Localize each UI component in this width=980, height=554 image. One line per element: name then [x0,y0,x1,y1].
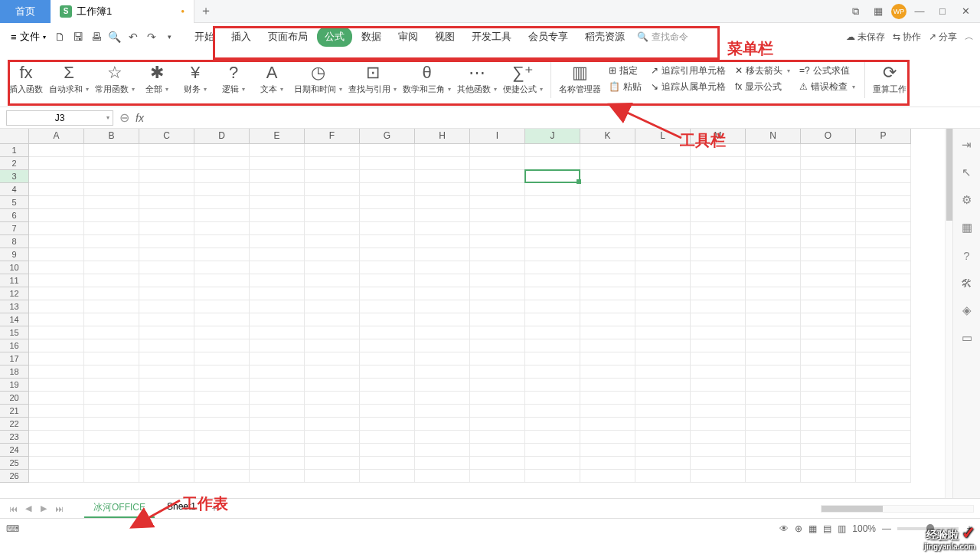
cell[interactable] [84,183,139,196]
cell[interactable] [360,379,415,392]
cell[interactable] [635,470,691,483]
cell[interactable] [746,196,801,209]
add-sheet-button[interactable]: ＋ [210,502,219,515]
layout-icon[interactable]: ⧉ [845,2,865,21]
cell[interactable] [194,183,250,196]
row-header[interactable]: 5 [0,196,29,209]
cell[interactable] [29,248,84,261]
cell[interactable] [691,274,746,287]
cell[interactable] [801,261,856,274]
cell[interactable] [415,170,470,183]
cell[interactable] [415,379,470,392]
cell[interactable] [139,196,194,209]
cell[interactable] [29,183,84,196]
cell[interactable] [250,352,305,366]
cell[interactable] [580,222,635,235]
cell[interactable] [470,287,525,300]
row-header[interactable]: 21 [0,405,29,418]
cell[interactable] [580,300,635,313]
cell[interactable] [635,405,691,418]
sheet-tab[interactable]: 冰河OFFICE [84,499,155,518]
cell[interactable] [856,222,911,235]
cell[interactable] [746,209,801,222]
cell[interactable] [305,470,360,483]
sheet-next-button[interactable]: ▶ [37,502,51,516]
cell[interactable] [470,431,525,444]
cell[interactable] [29,196,84,209]
share-button[interactable]: ↗ 分享 [929,31,957,44]
cell[interactable] [139,470,194,483]
cell[interactable] [139,248,194,261]
cell[interactable] [580,235,635,248]
row-header[interactable]: 8 [0,235,29,248]
cell[interactable] [635,157,691,170]
cell[interactable] [84,287,139,300]
cell[interactable] [305,196,360,209]
cell[interactable] [305,457,360,470]
cell[interactable] [691,157,746,170]
cell[interactable] [305,418,360,431]
cell[interactable] [801,144,856,157]
cell[interactable] [580,405,635,418]
cell[interactable] [84,418,139,431]
cell[interactable] [746,157,801,170]
cell[interactable] [360,157,415,170]
cell[interactable] [470,196,525,209]
cell[interactable] [139,287,194,300]
maximize-button[interactable]: □ [933,2,952,21]
cell[interactable] [525,313,580,326]
col-header[interactable]: J [525,129,580,144]
cell[interactable] [746,405,801,418]
cell[interactable] [746,261,801,274]
cell[interactable] [139,366,194,379]
cell[interactable] [635,326,691,339]
new-doc-icon[interactable]: 🗋 [51,28,69,46]
cell[interactable] [305,235,360,248]
cell[interactable] [194,457,250,470]
cell[interactable] [525,470,580,483]
cell[interactable] [691,196,746,209]
cell[interactable] [691,261,746,274]
menu-tab-9[interactable]: 稻壳资源 [577,27,632,47]
cell[interactable] [250,248,305,261]
ribbon-item-11[interactable]: ∑⁺便捷公式 [500,61,546,97]
template-icon[interactable]: ▦ [959,219,975,236]
cell[interactable] [856,287,911,300]
cell[interactable] [194,392,250,405]
menu-tab-7[interactable]: 开发工具 [464,27,519,47]
cell[interactable] [415,444,470,457]
cell[interactable] [856,431,911,444]
cell[interactable] [580,392,635,405]
cell[interactable] [470,183,525,196]
cell[interactable] [801,287,856,300]
cell[interactable] [305,248,360,261]
ribbon-item-4[interactable]: ¥财务 [176,61,214,97]
cell[interactable] [856,470,911,483]
cell[interactable] [470,235,525,248]
cell[interactable] [250,405,305,418]
cell[interactable] [691,235,746,248]
menu-tab-4[interactable]: 数据 [354,27,389,47]
cell[interactable] [415,352,470,366]
cell[interactable] [415,326,470,339]
cell[interactable] [856,300,911,313]
cell[interactable] [746,457,801,470]
cell[interactable] [194,261,250,274]
col-header[interactable]: F [305,129,360,144]
cell[interactable] [250,431,305,444]
cell[interactable] [856,313,911,326]
cell[interactable] [84,352,139,366]
cell[interactable] [84,196,139,209]
cell[interactable] [525,157,580,170]
cell[interactable] [856,444,911,457]
cell[interactable] [360,405,415,418]
cell[interactable] [580,170,635,183]
cell[interactable] [139,444,194,457]
cell[interactable] [250,326,305,339]
panel-icon[interactable]: ▭ [959,329,975,346]
cell[interactable] [84,392,139,405]
row-header[interactable]: 18 [0,366,29,379]
row-header[interactable]: 11 [0,274,29,287]
cell[interactable] [746,222,801,235]
cell[interactable] [856,457,911,470]
